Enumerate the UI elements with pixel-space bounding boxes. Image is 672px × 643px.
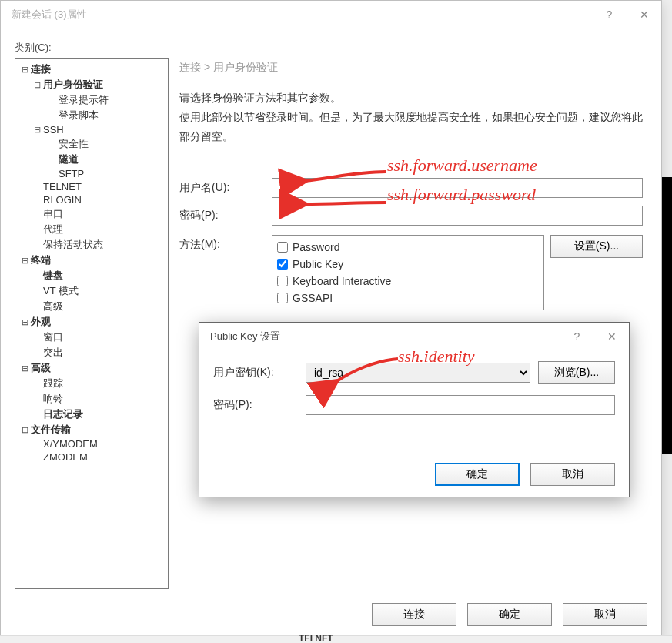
- tree-item-label: 跟踪: [42, 377, 63, 390]
- tree-item[interactable]: ⊟外观: [17, 314, 166, 330]
- tree-item[interactable]: 登录提示符: [17, 92, 166, 108]
- subdialog-title: Public Key 设置: [210, 330, 280, 343]
- tree-item[interactable]: 登录脚本: [17, 108, 166, 123]
- method-name: Keyboard Interactive: [293, 273, 391, 290]
- connect-button[interactable]: 连接: [372, 603, 456, 626]
- tree-expand-icon[interactable]: ⊟: [32, 80, 42, 90]
- window-title: 新建会话 (3)属性: [12, 8, 87, 22]
- tree-expand-icon[interactable]: ⊟: [20, 363, 29, 373]
- tree-item-label: TELNET: [42, 181, 82, 193]
- tree-item[interactable]: 键盘: [17, 268, 166, 283]
- tree-item[interactable]: 代理: [17, 222, 166, 237]
- background-terminal-strip: [662, 177, 672, 454]
- tree-item-label: 高级: [29, 361, 51, 375]
- password-label: 密码(P):: [179, 209, 272, 223]
- subdialog-close-button[interactable]: ✕: [594, 323, 629, 350]
- tree-item[interactable]: 安全性: [17, 136, 166, 152]
- tree-expand-icon[interactable]: ⊟: [20, 317, 29, 327]
- tree-item[interactable]: 隧道: [17, 152, 166, 167]
- method-item[interactable]: Password: [277, 239, 539, 256]
- help-button[interactable]: ?: [592, 1, 627, 28]
- category-label: 类别(C):: [15, 41, 647, 55]
- tree-item[interactable]: 窗口: [17, 330, 166, 345]
- tree-item-label: 日志记录: [42, 407, 83, 421]
- tree-item-label: 连接: [29, 62, 51, 76]
- tree-item[interactable]: 高级: [17, 299, 166, 314]
- tree-item-label: 文件传输: [29, 423, 71, 437]
- method-name: Public Key: [293, 256, 343, 273]
- tree-item[interactable]: ZMODEM: [17, 450, 166, 464]
- tree-item-label: 外观: [29, 315, 51, 329]
- tree-item-label: 登录提示符: [57, 93, 109, 107]
- username-row: 用户名(U):: [179, 178, 643, 198]
- subdialog-titlebar: Public Key 设置 ? ✕: [199, 323, 629, 350]
- method-checkbox[interactable]: [277, 293, 288, 303]
- tree-item-label: 保持活动状态: [42, 238, 103, 252]
- tree-item[interactable]: SFTP: [17, 167, 166, 180]
- tree-item-label: 登录脚本: [57, 109, 99, 122]
- breadcrumb: 连接 > 用户身份验证: [179, 61, 643, 75]
- help-icon: ?: [574, 330, 580, 343]
- subdialog-cancel-button[interactable]: 取消: [530, 463, 615, 486]
- method-item[interactable]: Public Key: [277, 256, 539, 273]
- method-label: 方法(M):: [179, 235, 272, 252]
- password-input[interactable]: [272, 206, 643, 226]
- tree-item[interactable]: X/YMODEM: [17, 437, 166, 450]
- tree-item[interactable]: ⊟高级: [17, 360, 166, 376]
- dialog-footer: 连接 确定 取消: [372, 603, 647, 626]
- method-listbox[interactable]: PasswordPublic KeyKeyboard InteractiveGS…: [272, 235, 544, 310]
- tree-item-label: SFTP: [57, 168, 84, 179]
- tree-item[interactable]: ⊟文件传输: [17, 422, 166, 437]
- ok-button[interactable]: 确定: [467, 603, 552, 626]
- tree-expand-icon[interactable]: ⊟: [20, 65, 29, 75]
- background-text: TFI NFT: [299, 633, 333, 643]
- tree-item-label: 键盘: [42, 269, 63, 283]
- tree-item[interactable]: 日志记录: [17, 407, 166, 422]
- cancel-button[interactable]: 取消: [563, 603, 647, 626]
- session-properties-window: 新建会话 (3)属性 ? ✕ 类别(C): ⊟连接⊟用户身份验证登录提示符登录脚…: [0, 0, 662, 638]
- username-input[interactable]: [272, 178, 643, 198]
- passphrase-input[interactable]: [306, 395, 615, 415]
- tree-item[interactable]: ⊟终端: [17, 253, 166, 268]
- tree-item[interactable]: TELNET: [17, 180, 166, 193]
- userkey-label: 用户密钥(K):: [213, 366, 306, 380]
- userkey-select[interactable]: id_rsa: [306, 363, 530, 383]
- username-label: 用户名(U):: [179, 181, 272, 195]
- tree-item-label: 响铃: [42, 392, 63, 406]
- subdialog-footer: 确定 取消: [435, 463, 615, 486]
- settings-button[interactable]: 设置(S)...: [550, 235, 643, 258]
- method-item[interactable]: GSSAPI: [277, 290, 539, 306]
- desktop-hint: [0, 635, 672, 643]
- browse-button[interactable]: 浏览(B)...: [538, 361, 615, 384]
- method-checkbox[interactable]: [277, 259, 288, 270]
- method-item[interactable]: Keyboard Interactive: [277, 273, 539, 290]
- tree-item-label: 高级: [42, 300, 63, 313]
- tree-expand-icon[interactable]: ⊟: [20, 256, 29, 266]
- category-tree[interactable]: ⊟连接⊟用户身份验证登录提示符登录脚本⊟SSH安全性隧道SFTPTELNETRL…: [15, 58, 169, 589]
- tree-item[interactable]: VT 模式: [17, 283, 166, 299]
- tree-item-label: 窗口: [42, 330, 63, 344]
- tree-item-label: RLOGIN: [42, 194, 82, 206]
- tree-item[interactable]: ⊟SSH: [17, 123, 166, 136]
- method-checkbox[interactable]: [277, 276, 288, 286]
- method-row: 方法(M): PasswordPublic KeyKeyboard Intera…: [179, 235, 643, 310]
- passphrase-row: 密码(P):: [213, 395, 615, 415]
- tree-item[interactable]: 响铃: [17, 391, 166, 407]
- tree-item[interactable]: 突出: [17, 345, 166, 360]
- tree-item[interactable]: ⊟连接: [17, 62, 166, 77]
- tree-item[interactable]: ⊟用户身份验证: [17, 77, 166, 92]
- tree-item[interactable]: 串口: [17, 206, 166, 222]
- method-checkbox[interactable]: [277, 242, 288, 253]
- passphrase-label: 密码(P):: [213, 398, 306, 412]
- subdialog-ok-button[interactable]: 确定: [435, 463, 520, 486]
- subdialog-help-button[interactable]: ?: [560, 323, 594, 350]
- tree-expand-icon[interactable]: ⊟: [20, 425, 29, 435]
- password-row: 密码(P):: [179, 206, 643, 226]
- tree-item[interactable]: 保持活动状态: [17, 237, 166, 253]
- tree-expand-icon[interactable]: ⊟: [32, 125, 42, 135]
- close-icon: ✕: [607, 330, 617, 343]
- description-line-1: 请选择身份验证方法和其它参数。: [179, 89, 643, 108]
- tree-item[interactable]: RLOGIN: [17, 193, 166, 206]
- tree-item[interactable]: 跟踪: [17, 376, 166, 391]
- close-button[interactable]: ✕: [627, 1, 661, 28]
